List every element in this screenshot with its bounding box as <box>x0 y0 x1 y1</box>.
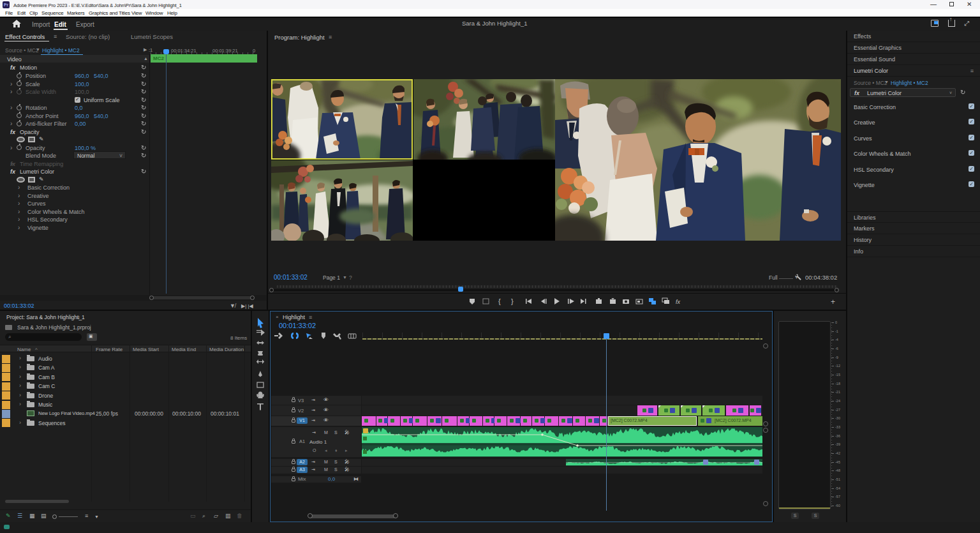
svg-text:}: } <box>511 297 514 305</box>
svg-text:+: + <box>831 297 835 306</box>
svg-text:fx: fx <box>676 299 681 305</box>
svg-text:{: { <box>498 297 501 305</box>
